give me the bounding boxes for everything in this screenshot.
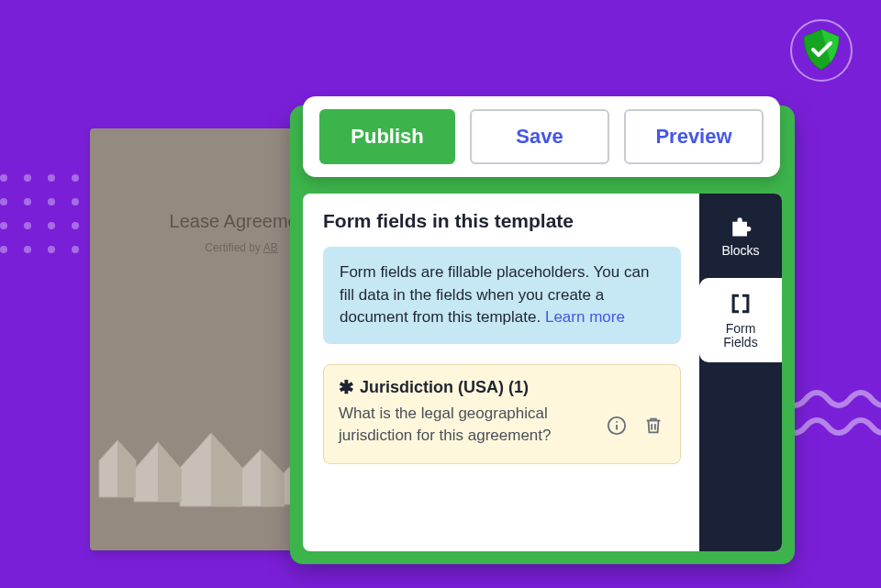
- field-name: Jurisdiction (USA) (1): [360, 378, 529, 397]
- svg-point-12: [616, 421, 618, 423]
- publish-button[interactable]: Publish: [319, 109, 455, 164]
- svg-marker-8: [211, 433, 242, 506]
- sidebar-blocks-label: Blocks: [721, 244, 759, 258]
- sidebar-item-form-fields[interactable]: Form Fields: [699, 278, 782, 362]
- panel-sidebar: Blocks Form Fields: [699, 194, 782, 551]
- panel-main: Form fields in this template Form fields…: [303, 194, 699, 551]
- field-actions: [605, 414, 665, 438]
- security-badge: [789, 18, 853, 83]
- sidebar-item-blocks[interactable]: Blocks: [699, 194, 782, 278]
- delete-icon[interactable]: [641, 414, 665, 438]
- panel-heading: Form fields in this template: [323, 210, 681, 232]
- app-canvas: Lease Agreement Certified by AB: [0, 0, 881, 588]
- save-button[interactable]: Save: [470, 109, 609, 164]
- form-field-card[interactable]: ✱ Jurisdiction (USA) (1) What is the leg…: [323, 364, 681, 464]
- form-fields-panel: Form fields in this template Form fields…: [303, 194, 782, 551]
- info-callout: Form fields are fillable placeholders. Y…: [323, 247, 681, 344]
- action-toolbar: Publish Save Preview: [303, 96, 780, 177]
- sidebar-form-fields-label-2: Fields: [723, 336, 757, 349]
- brackets-icon: [727, 291, 754, 316]
- svg-marker-6: [117, 440, 136, 497]
- learn-more-link[interactable]: Learn more: [545, 308, 625, 326]
- svg-marker-7: [158, 442, 182, 502]
- field-name-row: ✱ Jurisdiction (USA) (1): [339, 378, 665, 397]
- field-description: What is the legal geographical jurisdict…: [339, 403, 568, 447]
- puzzle-icon: [727, 213, 754, 239]
- sidebar-form-fields-label-1: Form: [723, 322, 757, 336]
- required-asterisk-icon: ✱: [339, 378, 354, 396]
- info-icon[interactable]: [605, 414, 629, 438]
- preview-button[interactable]: Preview: [624, 109, 764, 164]
- svg-marker-9: [261, 449, 284, 506]
- dot-grid-decoration: [0, 174, 103, 253]
